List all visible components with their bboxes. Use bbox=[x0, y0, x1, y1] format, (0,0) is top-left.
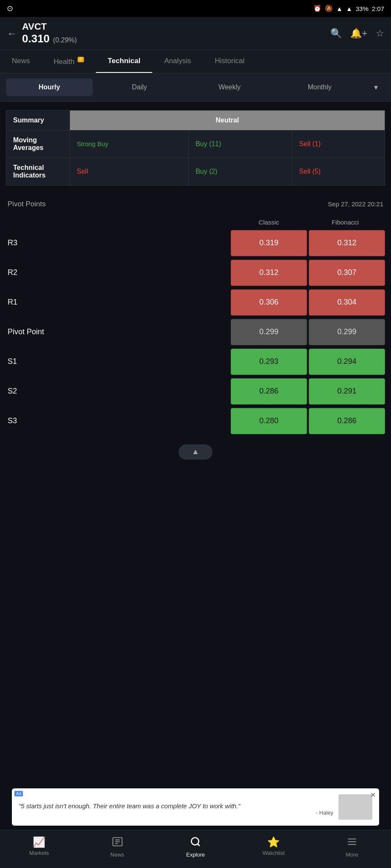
s1-fibonacci: 0.294 bbox=[309, 349, 385, 375]
tab-news[interactable]: News bbox=[0, 50, 42, 73]
main-content: Summary Neutral Moving Averages Strong B… bbox=[0, 102, 391, 526]
nav-markets[interactable]: 📈 Markets bbox=[0, 835, 78, 860]
stock-price: 0.310 bbox=[22, 32, 50, 45]
ad-quote-text: "5 starts just isn't enough. Their entir… bbox=[19, 802, 333, 810]
tab-historical[interactable]: Historical bbox=[203, 50, 257, 73]
r1-classic: 0.306 bbox=[231, 289, 307, 316]
period-monthly[interactable]: Monthly bbox=[276, 78, 363, 96]
header-actions: 🔍 🔔+ ☆ bbox=[330, 28, 384, 39]
header: ← AVCT 0.310 (0.29%) 🔍 🔔+ ☆ bbox=[0, 17, 391, 50]
nav-news-label: News bbox=[110, 851, 124, 858]
summary-table: Summary Neutral Moving Averages Strong B… bbox=[6, 110, 385, 186]
r3-fibonacci: 0.312 bbox=[309, 230, 385, 256]
ad-banner: Ad "5 starts just isn't enough. Their en… bbox=[12, 788, 379, 826]
nav-watchlist[interactable]: ⭐ Watchlist bbox=[235, 835, 313, 860]
summary-neutral-cell: Neutral bbox=[70, 110, 385, 130]
more-icon bbox=[346, 836, 357, 850]
scroll-up-hint: ▲ bbox=[6, 438, 385, 466]
moving-averages-label: Moving Averages bbox=[6, 130, 70, 158]
alert-button[interactable]: 🔔+ bbox=[350, 28, 367, 39]
watchlist-icon: ⭐ bbox=[267, 836, 280, 848]
pivot-row-r3: R3 0.319 0.312 bbox=[6, 230, 385, 256]
ad-text-block: "5 starts just isn't enough. Their entir… bbox=[19, 798, 333, 816]
ad-attribution: - Haley bbox=[19, 810, 333, 816]
classic-col-header: Classic bbox=[231, 219, 307, 226]
status-left: ⊙ bbox=[7, 4, 13, 13]
pivot-points-title: Pivot Points bbox=[8, 200, 46, 208]
level-s2: S2 bbox=[6, 387, 229, 396]
mute-icon: 🔕 bbox=[325, 5, 333, 12]
nav-news[interactable]: News bbox=[78, 835, 156, 860]
ad-image bbox=[338, 794, 372, 820]
moving-averages-buy: Buy (11) bbox=[189, 130, 292, 158]
svg-point-4 bbox=[191, 837, 198, 845]
stock-info: AVCT 0.310 (0.29%) bbox=[22, 21, 325, 45]
price-change: (0.29%) bbox=[53, 36, 77, 44]
health-badge: P bbox=[78, 57, 84, 62]
r2-classic: 0.312 bbox=[231, 260, 307, 286]
period-more-dropdown[interactable]: ▾ bbox=[366, 78, 385, 97]
period-selector: Hourly Daily Weekly Monthly ▾ bbox=[0, 73, 391, 102]
s1-classic: 0.293 bbox=[231, 349, 307, 375]
pivot-col-headers: Classic Classic Fibonacci bbox=[6, 216, 385, 228]
level-r3: R3 bbox=[6, 238, 229, 247]
wifi-icon: ▲ bbox=[336, 5, 343, 12]
svg-line-5 bbox=[198, 844, 200, 846]
nav-watchlist-label: Watchlist bbox=[263, 850, 285, 856]
news-icon bbox=[112, 836, 123, 850]
nav-more[interactable]: More bbox=[313, 835, 391, 860]
period-daily[interactable]: Daily bbox=[96, 78, 183, 96]
s2-classic: 0.286 bbox=[231, 378, 307, 405]
pivot-row-r2: R2 0.312 0.307 bbox=[6, 260, 385, 286]
summary-label: Summary bbox=[6, 110, 70, 130]
pivot-classic: 0.299 bbox=[231, 319, 307, 345]
nav-explore-label: Explore bbox=[186, 851, 205, 858]
pivot-points-header: Pivot Points Sep 27, 2022 20:21 bbox=[6, 196, 385, 213]
browser-icon: ⊙ bbox=[7, 4, 13, 13]
technical-indicators-label: Technical Indicators bbox=[6, 158, 70, 185]
level-s1: S1 bbox=[6, 357, 229, 366]
moving-averages-signal: Strong Buy bbox=[70, 130, 189, 158]
pivot-row-s2: S2 0.286 0.291 bbox=[6, 378, 385, 405]
tab-technical[interactable]: Technical bbox=[96, 50, 152, 73]
s3-classic: 0.280 bbox=[231, 408, 307, 434]
level-s3: S3 bbox=[6, 416, 229, 425]
search-button[interactable]: 🔍 bbox=[330, 28, 342, 39]
level-r1: R1 bbox=[6, 298, 229, 307]
pivot-row-s3: S3 0.280 0.286 bbox=[6, 408, 385, 434]
r1-fibonacci: 0.304 bbox=[309, 289, 385, 316]
pivot-row-r1: R1 0.306 0.304 bbox=[6, 289, 385, 316]
top-tab-bar: News Health P Technical Analysis Histori… bbox=[0, 50, 391, 73]
technical-indicators-sell: Sell (5) bbox=[292, 158, 385, 185]
battery-status: 33% bbox=[356, 5, 369, 12]
r2-fibonacci: 0.307 bbox=[309, 260, 385, 286]
ad-container: Ad "5 starts just isn't enough. Their en… bbox=[0, 788, 391, 830]
moving-averages-sell: Sell (1) bbox=[292, 130, 385, 158]
r3-classic: 0.319 bbox=[231, 230, 307, 256]
stock-ticker: AVCT bbox=[22, 21, 325, 32]
markets-icon: 📈 bbox=[33, 836, 45, 848]
level-r2: R2 bbox=[6, 268, 229, 277]
pivot-fibonacci: 0.299 bbox=[309, 319, 385, 345]
nav-more-label: More bbox=[346, 851, 358, 858]
chevron-up-icon: ▲ bbox=[192, 447, 199, 456]
fibonacci-col-header: Fibonacci bbox=[307, 219, 383, 226]
status-right: ⏰ 🔕 ▲ ▲ 33% 2:07 bbox=[313, 5, 384, 12]
pivot-points-date: Sep 27, 2022 20:21 bbox=[328, 200, 383, 208]
period-weekly[interactable]: Weekly bbox=[186, 78, 273, 96]
status-bar: ⊙ ⏰ 🔕 ▲ ▲ 33% 2:07 bbox=[0, 0, 391, 17]
clock: 2:07 bbox=[372, 5, 384, 12]
bottom-nav: 📈 Markets News Explore ⭐ Watchlist bbox=[0, 830, 391, 868]
alarm-icon: ⏰ bbox=[313, 5, 321, 12]
tab-analysis[interactable]: Analysis bbox=[152, 50, 203, 73]
period-hourly[interactable]: Hourly bbox=[6, 78, 93, 96]
nav-explore[interactable]: Explore bbox=[156, 835, 235, 860]
watchlist-star-button[interactable]: ☆ bbox=[376, 28, 384, 39]
back-button[interactable]: ← bbox=[7, 28, 17, 39]
tab-health[interactable]: Health P bbox=[42, 50, 96, 73]
pivot-row-pivot: Pivot Point 0.299 0.299 bbox=[6, 319, 385, 345]
ad-close-button[interactable]: ✕ bbox=[370, 791, 376, 799]
explore-icon bbox=[190, 836, 201, 850]
pivot-row-s1: S1 0.293 0.294 bbox=[6, 349, 385, 375]
s3-fibonacci: 0.286 bbox=[309, 408, 385, 434]
